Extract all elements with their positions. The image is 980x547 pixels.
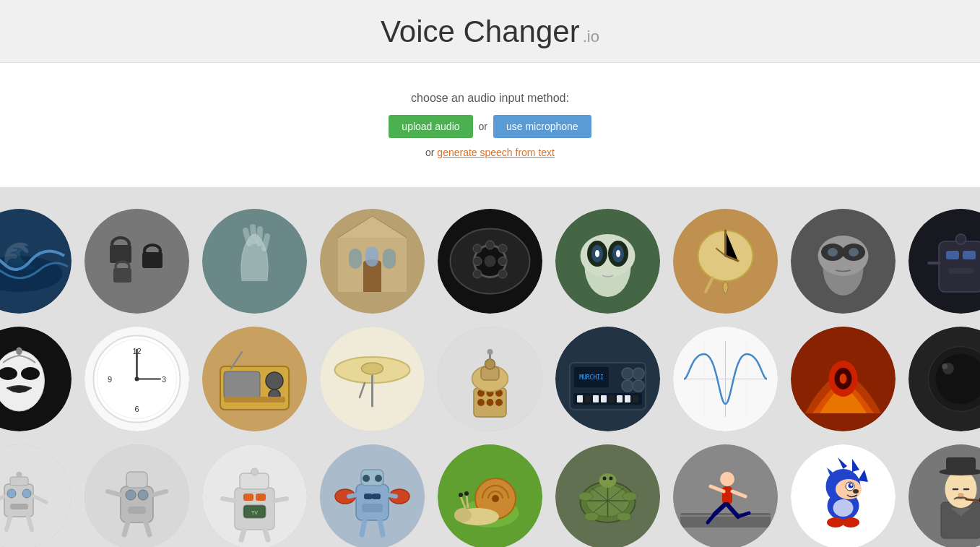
circle-dalek[interactable]: [438, 327, 542, 431]
svg-rect-52: [939, 241, 980, 292]
svg-text:9: 9: [108, 375, 112, 384]
circle-turtle[interactable]: [555, 444, 660, 547]
svg-rect-157: [243, 494, 253, 501]
svg-rect-146: [126, 472, 147, 488]
svg-point-97: [485, 359, 495, 369]
circle-robot-dark[interactable]: [909, 209, 980, 314]
circle-cathedral[interactable]: [320, 209, 425, 314]
svg-rect-207: [680, 515, 771, 517]
circle-alien[interactable]: [555, 209, 660, 314]
use-microphone-button[interactable]: use microphone: [493, 115, 591, 138]
svg-point-26: [473, 244, 482, 253]
svg-line-235: [966, 499, 980, 501]
svg-rect-20: [383, 249, 396, 269]
svg-point-208: [720, 472, 734, 486]
svg-point-222: [851, 484, 853, 486]
circle-cymbal[interactable]: [320, 327, 425, 431]
svg-point-186: [454, 508, 472, 522]
svg-point-204: [617, 512, 631, 521]
svg-point-74: [135, 377, 139, 382]
svg-point-104: [622, 368, 633, 379]
svg-rect-54: [963, 251, 976, 259]
circle-radio[interactable]: [202, 327, 307, 431]
svg-point-132: [942, 363, 948, 369]
svg-rect-110: [585, 395, 591, 402]
circle-row-2: 12 3 6 9: [22, 327, 958, 431]
svg-point-40: [595, 250, 599, 257]
svg-rect-209: [722, 486, 732, 504]
svg-point-29: [498, 257, 507, 266]
svg-point-31: [473, 270, 482, 278]
svg-point-170: [363, 475, 370, 482]
svg-line-177: [349, 495, 356, 496]
svg-line-13: [259, 229, 260, 244]
circle-boxing-robot[interactable]: [320, 444, 425, 547]
svg-point-78: [266, 372, 283, 389]
svg-rect-19: [349, 249, 362, 269]
circle-melting-clock[interactable]: [673, 209, 778, 314]
svg-point-147: [126, 490, 136, 500]
circle-small-robot[interactable]: [0, 444, 71, 547]
svg-rect-138: [10, 477, 28, 486]
svg-point-99: [487, 349, 493, 355]
circle-telephone[interactable]: [438, 209, 542, 314]
upload-audio-button[interactable]: upload audio: [389, 115, 472, 138]
svg-point-184: [492, 495, 499, 502]
svg-point-226: [842, 517, 859, 527]
circle-synth[interactable]: MURCHII: [555, 327, 660, 431]
svg-point-224: [833, 499, 854, 517]
svg-text:6: 6: [134, 405, 139, 413]
svg-point-105: [633, 368, 644, 379]
tts-link[interactable]: generate speech from text: [437, 147, 555, 158]
circle-runner[interactable]: [673, 444, 778, 547]
svg-point-27: [486, 241, 495, 249]
circle-anonymous-mask[interactable]: [0, 327, 71, 431]
svg-text:MURCHII: MURCHII: [579, 374, 604, 381]
circle-snail[interactable]: [438, 444, 542, 547]
circle-retro-robot[interactable]: TV: [202, 444, 307, 547]
svg-point-171: [375, 475, 382, 482]
circle-fire-eye[interactable]: [791, 327, 896, 431]
svg-point-225: [827, 517, 844, 527]
svg-point-135: [7, 489, 16, 498]
svg-point-49: [828, 248, 838, 257]
circle-sonic[interactable]: [791, 444, 896, 547]
svg-point-234: [958, 493, 964, 497]
svg-rect-17: [363, 263, 381, 292]
svg-rect-108: [573, 393, 642, 405]
svg-rect-55: [948, 268, 974, 274]
svg-rect-134: [4, 484, 33, 517]
svg-rect-168: [356, 484, 389, 520]
circle-metal-robot[interactable]: [84, 444, 189, 547]
svg-line-162: [274, 499, 287, 501]
choose-label: choose an audio input method:: [0, 92, 980, 105]
svg-rect-231: [946, 457, 976, 473]
svg-rect-77: [224, 371, 260, 399]
svg-rect-149: [128, 507, 146, 514]
circle-ghost-hand[interactable]: [202, 209, 307, 314]
svg-text:🌊: 🌊: [2, 239, 37, 272]
svg-point-106: [622, 380, 633, 392]
svg-line-179: [362, 520, 365, 535]
svg-point-200: [610, 477, 613, 481]
circle-dark-sphere[interactable]: [909, 327, 980, 431]
circle-detective[interactable]: [909, 444, 980, 547]
svg-point-229: [945, 470, 977, 508]
svg-point-223: [853, 489, 859, 494]
svg-point-92: [477, 399, 485, 406]
circle-dark-alien[interactable]: [791, 209, 896, 314]
circle-clock[interactable]: 12 3 6 9: [84, 327, 189, 431]
circle-locks[interactable]: [84, 209, 189, 314]
circle-waveform[interactable]: [673, 327, 778, 431]
svg-line-164: [265, 530, 268, 540]
svg-rect-116: [633, 395, 638, 402]
site-title: Voice Changer: [381, 14, 580, 48]
svg-point-41: [616, 250, 620, 257]
svg-point-190: [464, 491, 469, 496]
svg-point-201: [578, 492, 593, 501]
svg-rect-115: [625, 395, 630, 402]
svg-rect-111: [593, 395, 599, 402]
svg-point-28: [498, 244, 507, 253]
circle-wave[interactable]: 🌊: [0, 209, 71, 314]
svg-line-161: [222, 499, 235, 501]
